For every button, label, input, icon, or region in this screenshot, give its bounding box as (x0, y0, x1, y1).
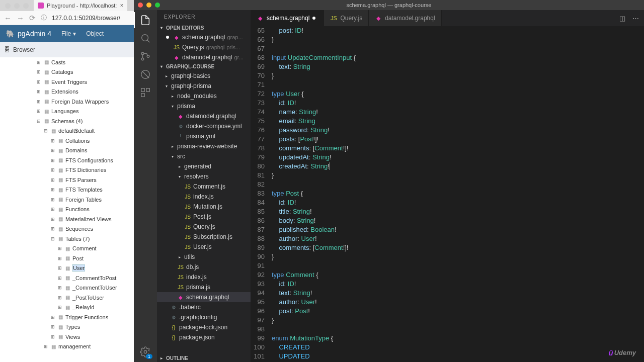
project-section[interactable]: ▾GRAPHQL-COURSE (157, 62, 251, 71)
debug-icon[interactable] (139, 68, 151, 80)
file-tree-item[interactable]: ⚙.babelrc (157, 302, 251, 312)
tab-close-icon[interactable]: × (120, 2, 123, 9)
expand-icon[interactable]: ⊞ (50, 226, 55, 231)
file-tree-item[interactable]: ⚙docker-compose.yml (157, 121, 251, 131)
pg-tree-item[interactable]: ⊞▦Catalogs (0, 67, 134, 77)
file-tree-item[interactable]: JSComment.js (157, 182, 251, 192)
expand-icon[interactable]: ⊞ (50, 148, 55, 153)
file-tree-item[interactable]: ⚙.graphqlconfig (157, 312, 251, 322)
pg-tree-item[interactable]: ⊞▦FTS Configurations (0, 155, 134, 165)
file-tree-item[interactable]: {}package.json (157, 332, 251, 342)
scm-icon[interactable] (139, 50, 151, 62)
pg-tree-item[interactable]: ⊞▦_CommentToUser (0, 283, 134, 293)
pg-tree-item[interactable]: ⊞▦FTS Dictionaries (0, 165, 134, 175)
file-tree-item[interactable]: !prisma.yml (157, 131, 251, 141)
expand-icon[interactable]: ⊞ (50, 138, 55, 143)
expand-icon[interactable]: ⊞ (36, 89, 41, 94)
expand-icon[interactable]: ⊞ (57, 276, 62, 281)
file-tree-item[interactable]: ▸prisma-review-website (157, 141, 251, 151)
maximize-icon[interactable] (155, 3, 160, 8)
pg-tree-item[interactable]: ⊞▦Foreign Data Wrappers (0, 97, 134, 107)
pg-tree-item[interactable]: ⊞▦_CommentToPost (0, 273, 134, 283)
file-tree-item[interactable]: ▸graphql-basics (157, 71, 251, 81)
settings-gear-icon[interactable]: 1 (139, 346, 151, 358)
pg-tree-item[interactable]: ⊞▦Types (0, 322, 134, 332)
expand-icon[interactable]: ⊞ (50, 177, 55, 183)
browser-tab[interactable]: Playground - http://localhost: × (34, 0, 127, 11)
pg-tree-item[interactable]: ⊞▦management (0, 342, 134, 352)
pg-tree-item[interactable]: ⊞▦Trigger Functions (0, 312, 134, 322)
code-editor[interactable]: 65 66 67 68 69 70 71 72 73 74 75 76 77 7… (251, 26, 644, 362)
file-tree-item[interactable]: JSSubscription.js (157, 232, 251, 242)
expand-icon[interactable]: ⊞ (50, 324, 55, 329)
code-content[interactable]: post: ID! } input UpdateCommentInput { t… (272, 26, 644, 362)
expand-icon[interactable]: ⊞ (36, 79, 41, 84)
extensions-icon[interactable] (139, 86, 151, 99)
close-dot[interactable] (5, 3, 11, 9)
pg-tree-item[interactable]: ⊞▦Views (0, 332, 134, 342)
file-tree-item[interactable]: JSprisma.js (157, 282, 251, 292)
expand-icon[interactable]: ⊞ (50, 167, 55, 172)
file-tree-item[interactable]: ▾src (157, 151, 251, 161)
expand-icon[interactable]: ⊞ (50, 315, 55, 320)
pg-tree-item[interactable]: ⊞▦Comment (0, 244, 134, 254)
file-tree-item[interactable]: JSindex.js (157, 272, 251, 282)
pg-tree-item[interactable]: ⊞▦Domains (0, 146, 134, 156)
close-icon[interactable] (138, 3, 143, 8)
expand-icon[interactable]: ⊞ (57, 256, 62, 261)
file-menu[interactable]: File▾ (61, 30, 76, 37)
pg-tree-item[interactable]: ⊞▦Casts (0, 57, 134, 67)
reload-icon[interactable]: ⟳ (29, 14, 36, 23)
open-editor-item[interactable]: ◆schema.graphql grap... (157, 32, 251, 42)
min-dot[interactable] (14, 3, 20, 9)
expand-icon[interactable]: ⊟ (50, 236, 55, 241)
expand-icon[interactable]: ⊟ (43, 128, 48, 133)
file-tree-item[interactable]: ▸utils (157, 252, 251, 262)
pg-tree-item[interactable]: ⊞▦Languages (0, 107, 134, 117)
file-tree-item[interactable]: {}package-lock.json (157, 322, 251, 332)
pg-tree-item[interactable]: ⊞▦Sequences (0, 224, 134, 234)
expand-icon[interactable]: ⊞ (57, 305, 62, 310)
expand-icon[interactable]: ⊞ (36, 109, 41, 114)
expand-icon[interactable]: ⊞ (57, 246, 62, 251)
expand-icon[interactable]: ⊞ (43, 344, 48, 349)
file-tree-item[interactable]: JSPost.js (157, 212, 251, 222)
file-tree-item[interactable]: JSQuery.js (157, 222, 251, 232)
url-text[interactable]: 127.0.0.1:50209/browser/ (52, 15, 120, 22)
pg-tree-item[interactable]: ⊞▦FTS Templates (0, 185, 134, 195)
file-tree-item[interactable]: ▾graphql-prisma (157, 81, 251, 91)
editor-tab[interactable]: ◆schema.graphql (251, 10, 324, 26)
editor-tab[interactable]: JSQuery.js (324, 10, 369, 26)
pgadmin-tree[interactable]: ⊞▦Casts⊞▦Catalogs⊞▦Event Triggers⊞▦Exten… (0, 57, 134, 362)
pg-tree-item[interactable]: ⊟▦Tables (7) (0, 234, 134, 244)
split-editor-icon[interactable]: ◫ (619, 15, 625, 22)
pg-tree-item[interactable]: ⊞▦Materialized Views (0, 214, 134, 224)
open-editor-item[interactable]: ◆datamodel.graphql gr... (157, 52, 251, 62)
expand-icon[interactable]: ⊞ (50, 217, 55, 222)
pg-tree-item[interactable]: ⊞▦Functions (0, 205, 134, 215)
pg-tree-item[interactable]: ⊞▦_PostToUser (0, 293, 134, 303)
file-tree-item[interactable]: JSUser.js (157, 242, 251, 252)
pg-tree-item[interactable]: ⊞▦Collations (0, 136, 134, 146)
file-tree-item[interactable]: ▾resolvers (157, 171, 251, 182)
pg-tree-item[interactable]: ⊞▦Extensions (0, 87, 134, 97)
pg-tree-item[interactable]: ⊞▦Foreign Tables (0, 195, 134, 205)
open-editors-section[interactable]: ▾OPEN EDITORS (157, 24, 251, 32)
file-tree-item[interactable]: ◆datamodel.graphql (157, 111, 251, 121)
file-tree-item[interactable]: ▾prisma (157, 101, 251, 111)
pg-tree-item[interactable]: ⊞▦User (0, 263, 134, 274)
pg-tree-item[interactable]: ⊞▦Event Triggers (0, 77, 134, 87)
expand-icon[interactable]: ⊞ (36, 69, 41, 74)
pg-tree-item[interactable]: ⊞▦FTS Parsers (0, 175, 134, 185)
file-tree-item[interactable]: JSindex.js (157, 192, 251, 202)
expand-icon[interactable]: ⊞ (57, 285, 62, 290)
pg-tree-item[interactable]: ⊟▦Schemas (4) (0, 116, 134, 126)
expand-icon[interactable]: ⊞ (50, 197, 55, 202)
open-editor-item[interactable]: JSQuery.js graphql-pris... (157, 42, 251, 52)
search-icon[interactable] (139, 32, 151, 44)
max-dot[interactable] (23, 3, 29, 9)
outline-section[interactable]: ▸OUTLINE (157, 354, 251, 362)
back-icon[interactable]: ← (4, 14, 12, 22)
file-tree-item[interactable]: ◆schema.graphql (157, 292, 251, 302)
expand-icon[interactable]: ⊞ (57, 265, 62, 270)
